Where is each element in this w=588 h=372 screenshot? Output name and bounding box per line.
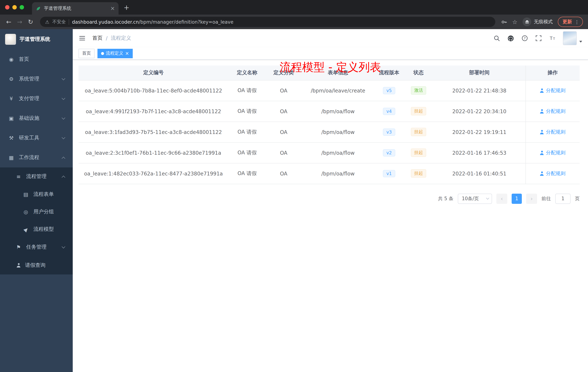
assign-rule-button[interactable]: 分配规则	[540, 170, 566, 177]
tags-view-bar: 首页 流程定义 ×	[73, 47, 588, 60]
assign-rule-label: 分配规则	[546, 87, 566, 94]
sidebar-item-workflow[interactable]: ▦ 工作流程	[0, 148, 73, 167]
cell-deploy-time: 2022-01-22 19:19:11	[433, 121, 525, 142]
form-icon: ▤	[22, 191, 29, 197]
sidebar-item-label: 首页	[19, 56, 29, 63]
sidebar-logo[interactable]: 芋道管理系统	[0, 29, 73, 50]
dashboard-icon: ◉	[8, 56, 15, 62]
browser-menu-icon[interactable]: ⋮	[575, 19, 579, 25]
tab-close-icon[interactable]: ×	[110, 6, 115, 11]
assign-rule-button[interactable]: 分配规则	[540, 129, 566, 135]
sidebar-item-task-management[interactable]: ⚑ 任务管理	[0, 238, 73, 256]
page-number-current[interactable]: 1	[512, 194, 522, 204]
assign-rule-label: 分配规则	[546, 108, 566, 114]
reload-icon[interactable]: ↻	[27, 18, 34, 25]
goto-page-input[interactable]	[555, 194, 571, 204]
cell-category: OA	[266, 80, 302, 101]
user-icon	[540, 151, 544, 155]
back-icon[interactable]: ←	[5, 18, 12, 25]
tag-close-icon[interactable]: ×	[125, 51, 129, 56]
header-operation: 操作	[525, 66, 580, 80]
cell-name-link[interactable]: OA 请假	[228, 121, 266, 142]
incognito-label: 无痕模式	[534, 19, 553, 25]
cell-form-link[interactable]: /bpm/oa/flow	[302, 121, 375, 142]
help-icon[interactable]: ?	[521, 35, 528, 42]
sidebar-item-home[interactable]: ◉ 首页	[0, 50, 73, 69]
security-label: 不安全	[52, 19, 66, 25]
key-icon[interactable]	[501, 19, 507, 25]
font-size-icon[interactable]: TT	[549, 35, 556, 42]
assign-rule-button[interactable]: 分配规则	[540, 108, 566, 114]
content-area: 定义编号 定义名称 定义分类 表单信息 流程版本 状态 部署时间 操作 oa_l	[73, 60, 588, 204]
user-menu[interactable]	[563, 31, 582, 45]
favicon-leaf-icon	[36, 6, 41, 11]
user-icon	[16, 263, 21, 268]
table-row: oa_leave:3:1fad3d93-7b75-11ec-a3c8-acde4…	[79, 121, 580, 142]
minimize-window-button[interactable]	[12, 5, 17, 10]
prev-page-button[interactable]: ‹	[496, 194, 507, 204]
cell-category: OA	[266, 101, 302, 121]
pagination-total: 共 5 条	[438, 195, 453, 202]
table-row: oa_leave:5:004b710b-7b8a-11ec-8ef0-acde4…	[79, 80, 580, 101]
sidebar-item-payment[interactable]: ¥ 支付管理	[0, 89, 73, 109]
browser-update-button[interactable]: 更新 ⋮	[558, 17, 583, 27]
red-annotation-text: 流程模型 - 定义列表	[280, 60, 381, 75]
address-bar[interactable]: ⚠ 不安全 dashboard.yudao.iocoder.cn/bpm/man…	[40, 17, 495, 27]
browser-tab[interactable]: 芋道管理系统 ×	[32, 2, 118, 15]
bookmark-star-icon[interactable]: ☆	[512, 18, 517, 25]
github-icon[interactable]	[507, 35, 514, 42]
tag-label: 首页	[82, 50, 91, 56]
chevron-down-icon	[62, 136, 65, 139]
sidebar-item-system[interactable]: ⚙ 系统管理	[0, 69, 73, 89]
chevron-up-icon	[62, 175, 65, 179]
sidebar-item-process-management[interactable]: ≡ 流程管理	[0, 167, 73, 186]
browser-toolbar: ← → ↻ ⚠ 不安全 dashboard.yudao.iocoder.cn/b…	[0, 15, 588, 29]
fullscreen-icon[interactable]	[535, 35, 542, 42]
sidebar-item-process-model[interactable]: ▶ 流程模型	[0, 220, 73, 238]
sidebar-item-leave-query[interactable]: 请假查询	[0, 256, 73, 274]
cell-form-link[interactable]: /bpm/oa/leave/create	[302, 80, 375, 101]
chevron-down-icon	[62, 116, 65, 120]
cell-name-link[interactable]: OA 请假	[228, 142, 266, 163]
assign-rule-button[interactable]: 分配规则	[540, 149, 566, 156]
tag-process-definition[interactable]: 流程定义 ×	[97, 49, 133, 58]
sidebar-item-devtools[interactable]: ⚒ 研发工具	[0, 128, 73, 148]
toolbar-right: ☆ 无痕模式 更新 ⋮	[501, 17, 583, 27]
pagination: 共 5 条 10条/页 ‹ 1 › 前往 页	[79, 194, 580, 204]
breadcrumb-home[interactable]: 首页	[92, 35, 103, 42]
page-size-select[interactable]: 10条/页	[458, 194, 492, 204]
cell-form-link[interactable]: /bpm/oa/flow	[302, 142, 375, 163]
zoom-window-button[interactable]	[20, 5, 24, 10]
new-tab-button[interactable]: +	[124, 3, 129, 11]
sidebar-item-label: 流程管理	[26, 173, 47, 180]
assign-rule-button[interactable]: 分配规则	[540, 87, 566, 94]
browser-tab-strip: 芋道管理系统 × +	[0, 0, 588, 15]
version-badge: v2	[383, 149, 395, 156]
assign-rule-label: 分配规则	[546, 170, 566, 177]
cell-form-link[interactable]: /bpm/oa/flow	[302, 163, 375, 184]
cell-name-link[interactable]: OA 请假	[228, 101, 266, 121]
sidebar-item-user-group[interactable]: ◎ 用户分组	[0, 203, 73, 220]
status-badge: 激活	[411, 86, 426, 95]
cell-name-link[interactable]: OA 请假	[228, 80, 266, 101]
sidebar-item-infrastructure[interactable]: ▣ 基础设施	[0, 109, 73, 128]
cell-id: oa_leave:4:991f2193-7b7f-11ec-a3c8-acde4…	[79, 101, 228, 121]
cell-form-link[interactable]: /bpm/oa/flow	[302, 101, 375, 121]
breadcrumb-separator: /	[106, 35, 107, 41]
not-secure-warning-icon: ⚠	[45, 19, 49, 25]
cell-deploy-time: 2022-01-22 21:48:38	[433, 80, 525, 101]
url-text: dashboard.yudao.iocoder.cn/bpm/manager/d…	[72, 19, 233, 25]
search-icon[interactable]	[494, 35, 500, 42]
tag-home[interactable]: 首页	[79, 49, 94, 58]
cell-name-link[interactable]: OA 请假	[228, 163, 266, 184]
chevron-down-icon	[486, 197, 489, 200]
hamburger-icon[interactable]	[79, 34, 86, 42]
version-badge: v4	[383, 108, 395, 115]
next-page-button[interactable]: ›	[526, 194, 537, 204]
screen: 芋道管理系统 × + ← → ↻ ⚠ 不安全 dashboard.yudao.i…	[0, 0, 588, 372]
header-definition-id: 定义编号	[79, 66, 228, 80]
avatar[interactable]	[563, 31, 577, 45]
sidebar-item-process-form[interactable]: ▤ 流程表单	[0, 186, 73, 203]
close-window-button[interactable]	[5, 5, 10, 10]
cell-id: oa_leave:3:1fad3d93-7b75-11ec-a3c8-acde4…	[79, 121, 228, 142]
